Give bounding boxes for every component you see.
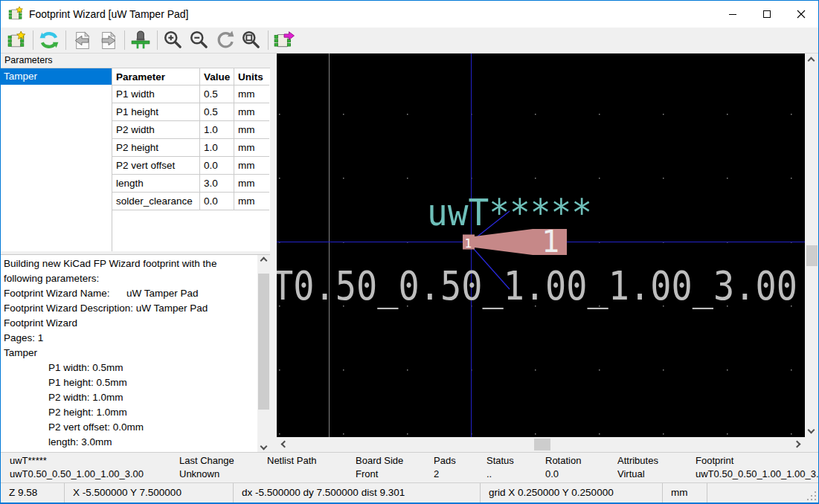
zoom-fit-button[interactable] — [240, 29, 263, 51]
parameter-table: Parameter Value Units P1 width0.5mmP1 he… — [112, 68, 270, 251]
table-row: P1 height0.5mm — [112, 103, 270, 121]
canvas-vscrollbar[interactable] — [805, 54, 818, 437]
parameter-name-cell[interactable]: length — [112, 175, 200, 193]
footprint-preview-canvas[interactable]: 1 1 uwT***** T0.50_0.50_1.00_1.00_3.00 — [277, 54, 805, 437]
export-footprint-icon — [274, 30, 295, 51]
page-back-icon — [72, 30, 92, 51]
page-forward-icon — [98, 30, 118, 51]
scroll-down-button[interactable] — [805, 424, 818, 436]
scrollbar-thumb[interactable] — [806, 245, 818, 266]
close-button[interactable] — [784, 1, 818, 28]
scroll-up-button[interactable] — [805, 55, 818, 66]
coord-cell: Z 9.58 — [1, 483, 65, 503]
minimize-button[interactable] — [716, 1, 750, 28]
parameter-units-cell[interactable]: mm — [234, 103, 269, 121]
message-line: Footprint Wizard Description: uW Tamper … — [4, 301, 257, 316]
parameter-value-cell[interactable]: 3.0 — [200, 175, 234, 193]
maximize-button[interactable] — [750, 1, 784, 28]
parameter-name-cell[interactable]: solder_clearance — [112, 193, 200, 210]
parameter-units-cell[interactable]: mm — [234, 121, 269, 139]
parameter-value-cell[interactable]: 0.5 — [200, 103, 234, 121]
parameter-table-header: Parameter Value Units — [112, 68, 270, 85]
status-field-label: Status — [486, 455, 514, 466]
coord-cell: dx -5.500000 dy 7.500000 dist 9.301 — [234, 483, 481, 503]
status-field-value: 2 — [434, 468, 439, 479]
zoom-in-icon — [163, 30, 184, 51]
maximize-icon — [762, 10, 771, 19]
parameter-units-cell[interactable]: mm — [234, 139, 269, 157]
chevron-down-icon — [260, 443, 268, 450]
footprint-status-bar: uwT*****uwT0.50_0.50_1.00_1.00_3.00Last … — [1, 452, 818, 482]
status-field-value: Unknown — [179, 468, 219, 479]
parameters-panel: Parameters Tamper Parameter Value Units … — [1, 54, 270, 452]
parameter-name-cell[interactable]: P2 vert offset — [112, 157, 200, 175]
table-row: P2 vert offset0.0mm — [112, 157, 270, 175]
parameter-name-cell[interactable]: P1 width — [112, 85, 200, 103]
resize-grip[interactable] — [806, 491, 816, 500]
regenerate-footprint-button[interactable] — [38, 29, 60, 51]
parameter-name-cell[interactable]: P1 height — [112, 103, 200, 121]
close-icon — [797, 10, 806, 19]
parameter-value-cell[interactable]: 0.0 — [200, 157, 234, 175]
scroll-up-button[interactable] — [257, 255, 270, 266]
titlebar[interactable]: Footprint Wizard [uW Tamper Pad] — [1, 1, 818, 28]
scrollbar-thumb[interactable] — [534, 439, 550, 450]
table-row: P2 height1.0mm — [112, 139, 270, 157]
coordinate-status-bar: Z 9.58X -5.500000 Y 7.500000dx -5.500000… — [1, 482, 818, 503]
zoom-in-button[interactable] — [162, 29, 184, 51]
message-line: P2 width: 1.0mm — [4, 390, 257, 405]
show-pads-button[interactable] — [129, 29, 152, 51]
canvas-hscrollbar[interactable] — [277, 437, 805, 452]
message-line: P1 width: 0.5mm — [4, 361, 257, 375]
scrollbar-thumb[interactable] — [258, 274, 269, 410]
footprint-wizard-window: Footprint Wizard [uW Tamper Pad] — [0, 0, 819, 504]
panel-canvas-sash[interactable] — [270, 54, 277, 452]
chevron-left-icon — [281, 441, 289, 448]
parameter-units-cell[interactable]: mm — [234, 175, 269, 193]
parameter-value-cell[interactable]: 1.0 — [200, 121, 234, 139]
wizard-page-item[interactable]: Tamper — [1, 68, 112, 85]
scroll-right-button[interactable] — [791, 439, 803, 450]
column-header-units: Units — [234, 68, 269, 85]
toolbar-separator — [268, 30, 269, 50]
parameter-name-cell[interactable]: P2 height — [112, 139, 200, 157]
message-line: P2 height: 1.0mm — [4, 405, 257, 420]
message-line: length: 3.0mm — [4, 435, 257, 450]
parameter-units-cell[interactable]: mm — [234, 157, 269, 175]
status-field-value: uwT0.50_0.50_1.00_1.00_3.00 — [696, 468, 819, 479]
main-toolbar — [1, 28, 818, 54]
toolbar-separator — [157, 30, 158, 50]
coord-cell — [707, 483, 818, 503]
footprint-value-text: T0.50_0.50_1.00_1.00_3.00 — [277, 262, 797, 309]
export-footprint-button[interactable] — [273, 29, 295, 51]
message-panel: Building new KiCad FP Wizard footprint w… — [1, 254, 270, 452]
scroll-left-button[interactable] — [278, 439, 291, 450]
status-field-label: Netlist Path — [267, 455, 316, 466]
message-log: Building new KiCad FP Wizard footprint w… — [4, 256, 257, 450]
wizard-page-list[interactable]: Tamper — [1, 68, 112, 251]
table-row: P1 width0.5mm — [112, 85, 270, 103]
message-line: Footprint Wizard Name: uW Tamper Pad — [4, 286, 257, 301]
redraw-view-button[interactable] — [214, 29, 237, 51]
parameter-value-cell[interactable]: 0.0 — [200, 193, 234, 210]
parameter-name-cell[interactable]: P2 width — [112, 121, 200, 139]
parameter-value-cell[interactable]: 1.0 — [200, 139, 234, 157]
status-field-value: Virtual — [617, 468, 645, 479]
parameter-units-cell[interactable]: mm — [234, 193, 269, 210]
status-field-label: Footprint — [696, 455, 733, 466]
coord-cell: grid X 0.250000 Y 0.250000 — [481, 483, 663, 503]
zoom-out-button[interactable] — [188, 29, 211, 51]
status-field-value: Front — [356, 468, 378, 479]
parameter-value-cell[interactable]: 0.5 — [200, 85, 234, 103]
redraw-icon — [215, 30, 236, 51]
select-footprint-wizard-button[interactable] — [5, 29, 28, 51]
zoom-out-icon — [189, 30, 210, 51]
scroll-down-button[interactable] — [257, 441, 270, 452]
chevron-right-icon — [794, 441, 801, 448]
pad-1-number-small: 1 — [465, 236, 472, 251]
next-page-button[interactable] — [97, 29, 119, 51]
message-scrollbar[interactable] — [257, 255, 270, 452]
previous-page-button[interactable] — [71, 29, 93, 51]
table-row: solder_clearance0.0mm — [112, 193, 270, 210]
parameter-units-cell[interactable]: mm — [234, 85, 269, 103]
